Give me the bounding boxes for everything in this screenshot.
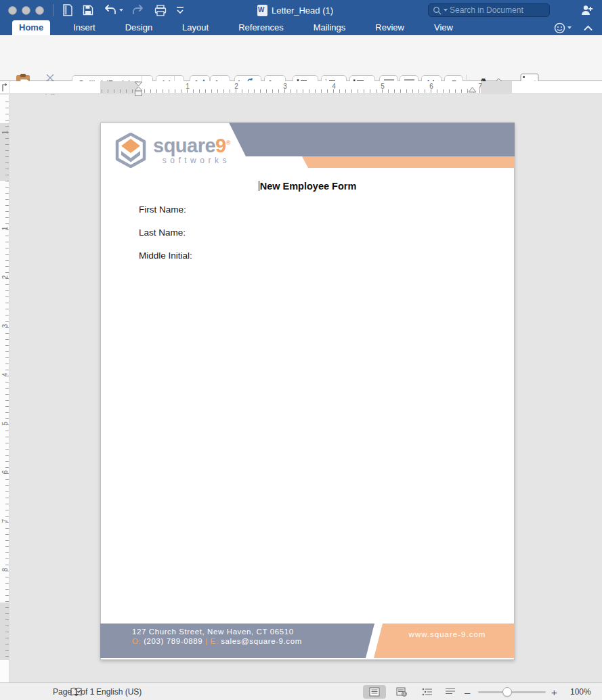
ruler-number: 6: [428, 83, 435, 90]
first-line-indent-marker[interactable]: [134, 81, 143, 87]
vruler-number: 3: [1, 322, 9, 331]
tab-insert[interactable]: Insert: [66, 20, 102, 35]
footer-phone: (203) 789-0889: [144, 637, 202, 645]
undo-dropdown-icon[interactable]: [119, 9, 123, 12]
footer-website: www.square-9.com: [385, 630, 510, 638]
zoom-level[interactable]: 100%: [570, 683, 591, 700]
company-logo: square9® softworks: [115, 133, 230, 168]
ribbon: Paste Calibri (Body) 14 A A Aa: [0, 35, 602, 81]
vruler-number: 2: [1, 273, 9, 282]
vruler-number: 5: [1, 419, 9, 429]
tab-layout[interactable]: Layout: [175, 20, 215, 35]
spellcheck-icon[interactable]: [70, 687, 82, 697]
web-layout-view-button[interactable]: [390, 685, 413, 699]
document-page[interactable]: square9® softworks New Employee Form Fir…: [100, 123, 515, 660]
form-title[interactable]: New Employee Form: [260, 181, 357, 192]
tab-mailings[interactable]: Mailings: [307, 20, 353, 35]
footer-contact-line: O: (203) 789-0889 | E: sales@square-9.co…: [132, 637, 302, 645]
search-icon: [433, 6, 442, 15]
new-document-icon[interactable]: [62, 4, 73, 16]
tab-selector-well[interactable]: [0, 81, 9, 94]
quick-access-toolbar: [62, 2, 184, 18]
vruler-number: 1: [1, 128, 9, 137]
logo-hexagon-icon: [115, 133, 146, 168]
vruler-number: 6: [1, 468, 9, 477]
feedback-smiley-icon[interactable]: [554, 22, 572, 34]
title-bar: Letter_Head (1): [0, 0, 602, 20]
collapse-ribbon-icon[interactable]: [584, 25, 593, 31]
share-icon[interactable]: [580, 4, 594, 16]
logo-subtitle: softworks: [153, 156, 230, 165]
document-title-group: Letter_Head (1): [257, 0, 333, 20]
undo-icon[interactable]: [103, 5, 123, 16]
word-document-icon: [257, 5, 267, 16]
outline-view-button[interactable]: [416, 685, 439, 699]
minimize-window-button[interactable]: [22, 6, 30, 15]
save-icon[interactable]: [83, 5, 93, 16]
zoom-slider-thumb[interactable]: [502, 687, 512, 697]
document-title: Letter_Head (1): [272, 5, 333, 16]
right-margin-area: [481, 81, 512, 94]
vruler-number: 7: [1, 517, 9, 526]
field-first-name[interactable]: First Name:: [139, 204, 186, 215]
close-window-button[interactable]: [8, 6, 17, 15]
field-middle-initial[interactable]: Middle Initial:: [139, 250, 192, 261]
left-indent-marker[interactable]: [135, 91, 142, 96]
vertical-ruler: 1 1 2 3 4 5 6 7 8: [0, 95, 9, 682]
zoom-slider-track[interactable]: [478, 691, 546, 693]
redo-icon[interactable]: [133, 5, 145, 16]
ruler-number: 3: [282, 83, 288, 90]
ruler-number: 4: [330, 83, 337, 90]
print-layout-view-button[interactable]: [363, 685, 386, 699]
ruler-number: 2: [233, 83, 240, 90]
ruler-number: 7: [477, 83, 483, 90]
status-bar: Page 1 of 1 English (US) – + 100%: [0, 682, 602, 700]
document-title-line[interactable]: New Employee Form: [100, 181, 515, 192]
ruler-ticks: [102, 89, 481, 93]
search-scope-dropdown-icon[interactable]: [444, 9, 448, 12]
zoom-window-button[interactable]: [35, 6, 44, 15]
footer-address: 127 Church Street, New Haven, CT 06510: [132, 628, 294, 636]
vruler-number: 1: [1, 224, 9, 234]
horizontal-ruler: 1 2 3 4 5 6 7: [0, 81, 602, 94]
logo-wordmark: square9®: [153, 133, 230, 155]
ruler-number: 1: [184, 83, 191, 90]
titlebar-divider: [53, 4, 53, 16]
zoom-in-button[interactable]: +: [551, 683, 557, 700]
field-last-name[interactable]: Last Name:: [139, 227, 186, 238]
tab-view[interactable]: View: [427, 20, 460, 35]
word-window: Letter_Head (1) Home Insert Design Layou…: [0, 0, 602, 700]
ribbon-tab-bar: Home Insert Design Layout References Mai…: [0, 20, 602, 35]
text-cursor: [259, 181, 259, 191]
footer-divider: |: [205, 637, 208, 645]
footer-phone-label: O:: [132, 637, 141, 645]
language-indicator[interactable]: English (US): [96, 683, 142, 700]
footer-email: sales@square-9.com: [221, 637, 302, 645]
search-field[interactable]: [428, 3, 550, 17]
vruler-number: 4: [1, 370, 9, 380]
tab-design[interactable]: Design: [119, 20, 159, 35]
tab-home[interactable]: Home: [12, 20, 50, 35]
right-indent-marker[interactable]: [468, 87, 477, 93]
document-canvas[interactable]: 1 1 2 3 4 5 6 7 8: [0, 95, 602, 682]
vruler-number: 8: [1, 565, 9, 575]
print-icon[interactable]: [154, 5, 167, 16]
draft-view-button[interactable]: [439, 685, 462, 699]
zoom-out-button[interactable]: –: [465, 683, 470, 700]
customize-toolbar-icon[interactable]: [176, 6, 184, 14]
ruler-number: 5: [379, 83, 386, 90]
tab-review[interactable]: Review: [368, 20, 411, 35]
vertical-ruler-ticks: [5, 102, 9, 660]
search-input[interactable]: [450, 5, 555, 15]
tab-references[interactable]: References: [232, 20, 290, 35]
footer-email-label: E:: [210, 637, 218, 645]
